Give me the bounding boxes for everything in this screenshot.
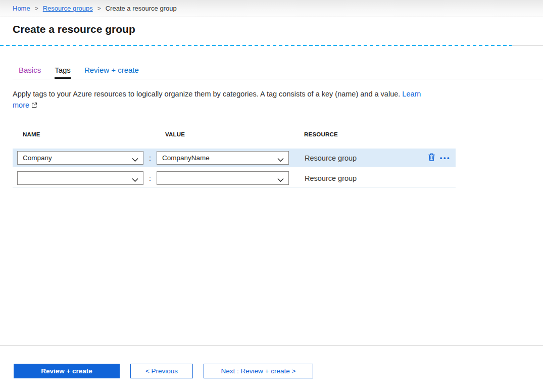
footer-buttons: Review + create < Previous Next : Review… [14, 364, 313, 378]
dashed-splitter-line [0, 45, 512, 46]
tab-tags[interactable]: Tags [55, 66, 71, 79]
more-actions-button[interactable]: ••• [440, 155, 451, 161]
tab-review-create[interactable]: Review + create [84, 66, 139, 77]
row-actions: ••• [428, 153, 456, 163]
divider [510, 45, 543, 46]
tabbar-divider [13, 79, 543, 79]
chevron-down-icon [277, 156, 284, 164]
ellipsis-icon: ••• [440, 154, 451, 162]
review-create-button[interactable]: Review + create [14, 364, 120, 378]
column-header-resource: RESOURCE [304, 131, 338, 137]
chevron-right-icon: > [97, 5, 101, 12]
chevron-down-icon [132, 156, 138, 164]
breadcrumb-home[interactable]: Home [13, 5, 30, 12]
breadcrumb-current: Create a resource group [106, 5, 177, 12]
key-value-separator: : [143, 154, 157, 162]
chevron-down-icon [132, 176, 138, 184]
tag-value-dropdown[interactable]: CompanyName [157, 151, 289, 165]
pane-resize-handle[interactable] [0, 45, 543, 46]
column-header-name: NAME [23, 131, 165, 137]
breadcrumb-resource-groups[interactable]: Resource groups [43, 5, 93, 12]
next-review-create-button[interactable]: Next : Review + create > [204, 364, 313, 378]
tag-name-value: Company [23, 154, 52, 162]
delete-tag-button[interactable] [428, 153, 435, 163]
tag-name-dropdown[interactable] [17, 171, 143, 185]
tag-row: Company : CompanyName Resource group ••• [13, 149, 456, 167]
tag-row: : Resource group [13, 169, 456, 187]
external-link-icon [31, 102, 37, 110]
tag-value-dropdown[interactable] [157, 171, 289, 185]
tag-value-value: CompanyName [162, 154, 210, 162]
wizard-tabs: Basics Tags Review + create [19, 66, 543, 79]
tags-description: Apply tags to your Azure resources to lo… [13, 89, 426, 111]
trash-icon [428, 153, 435, 163]
resource-label: Resource group [305, 154, 357, 162]
tag-name-dropdown[interactable]: Company [17, 151, 143, 165]
resource-label: Resource group [305, 174, 357, 182]
tags-description-text: Apply tags to your Azure resources to lo… [13, 90, 400, 98]
key-value-separator: : [143, 174, 157, 182]
chevron-right-icon: > [35, 5, 38, 12]
page-title: Create a resource group [13, 23, 543, 35]
footer-divider [0, 345, 543, 346]
column-header-value: VALUE [165, 131, 304, 137]
previous-button[interactable]: < Previous [130, 364, 193, 378]
create-resource-group-page: Home > Resource groups > Create a resour… [0, 0, 543, 392]
breadcrumb: Home > Resource groups > Create a resour… [0, 0, 543, 17]
chevron-down-icon [277, 176, 284, 184]
tags-rows: Company : CompanyName Resource group ••• [13, 149, 456, 187]
tab-basics[interactable]: Basics [19, 66, 41, 77]
tags-table: NAME VALUE RESOURCE Company : CompanyNam… [13, 131, 456, 187]
tags-table-header: NAME VALUE RESOURCE [13, 131, 456, 137]
